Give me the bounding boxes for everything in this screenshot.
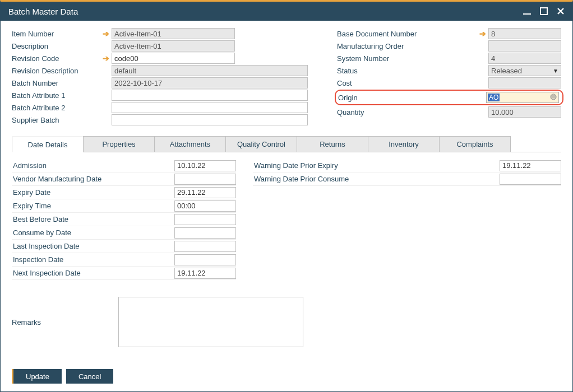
label-base-doc: Base Document Number➔ <box>337 29 488 38</box>
warn-consume-field[interactable] <box>500 174 561 185</box>
row-consume-by: Consume by Date <box>12 226 236 240</box>
row-warn-expiry: Warning Date Prior Expiry <box>253 159 561 172</box>
label-item-number: Item Number➔ <box>12 29 112 38</box>
next-inspection-field[interactable] <box>174 268 236 279</box>
origin-field[interactable]: AO <box>486 92 559 103</box>
label-quantity: Quantity <box>337 108 488 116</box>
expiry-time-field[interactable] <box>174 200 236 212</box>
row-base-doc: Base Document Number➔ 8 <box>337 27 561 40</box>
row-revision-code: Revision Code➔ <box>12 52 309 64</box>
label-revision-code: Revision Code➔ <box>12 54 112 63</box>
maximize-icon <box>539 6 549 16</box>
label-warn-consume: Warning Date Prior Consume <box>253 175 500 183</box>
button-bar: Update Cancel <box>12 361 561 384</box>
vendor-mfg-date-field[interactable] <box>174 174 236 185</box>
best-before-field[interactable] <box>174 214 236 225</box>
row-expiry-time: Expiry Time <box>12 199 236 213</box>
row-system-number: System Number 4 <box>337 52 561 64</box>
link-arrow-icon[interactable]: ➔ <box>103 54 109 63</box>
label-batch-attr1: Batch Attribute 1 <box>12 91 112 100</box>
minimize-icon <box>522 6 532 16</box>
header-fields: Item Number➔ Description Revision Code➔ … <box>12 27 561 126</box>
batch-number-field[interactable] <box>112 77 308 88</box>
update-button[interactable]: Update <box>12 369 62 384</box>
row-supplier-batch: Supplier Batch <box>12 114 309 126</box>
mfg-order-field[interactable] <box>488 40 561 52</box>
label-batch-attr2: Batch Attribute 2 <box>12 104 112 112</box>
window-controls <box>521 5 567 17</box>
label-admission: Admission <box>12 161 174 170</box>
tab-date-details[interactable]: Date Details <box>12 137 84 152</box>
revision-description-field[interactable] <box>112 65 308 76</box>
svg-rect-1 <box>540 8 547 15</box>
cost-field[interactable] <box>488 77 561 88</box>
tab-returns[interactable]: Returns <box>297 136 368 152</box>
row-next-inspection: Next Inspection Date <box>12 267 236 280</box>
warn-expiry-field[interactable] <box>500 160 561 171</box>
batch-attr1-field[interactable] <box>112 90 308 101</box>
row-revision-description: Revision Description <box>12 64 309 77</box>
label-expiry-date: Expiry Date <box>12 188 174 197</box>
maximize-button[interactable] <box>538 5 550 17</box>
admission-field[interactable] <box>174 160 236 171</box>
label-status: Status <box>337 67 488 75</box>
link-arrow-icon[interactable]: ➔ <box>479 29 486 38</box>
close-button[interactable] <box>554 5 567 17</box>
label-vendor-mfg-date: Vendor Manufacturing Date <box>12 175 174 183</box>
row-admission: Admission <box>12 159 236 172</box>
tab-inventory[interactable]: Inventory <box>368 136 440 152</box>
row-origin: Origin AO <box>335 90 563 105</box>
label-revision-description: Revision Description <box>12 67 112 75</box>
base-doc-field[interactable]: 8 <box>488 28 561 39</box>
revision-code-field[interactable] <box>112 53 235 64</box>
row-vendor-mfg-date: Vendor Manufacturing Date <box>12 172 236 186</box>
header-left-column: Item Number➔ Description Revision Code➔ … <box>12 27 309 126</box>
inspection-field[interactable] <box>174 254 236 265</box>
label-origin: Origin <box>338 94 486 102</box>
system-number-field[interactable]: 4 <box>488 53 561 64</box>
tab-complaints[interactable]: Complaints <box>439 136 511 152</box>
cancel-button[interactable]: Cancel <box>66 369 113 384</box>
chevron-down-icon: ▼ <box>553 68 558 74</box>
expiry-date-field[interactable] <box>174 187 236 198</box>
label-expiry-time: Expiry Time <box>12 202 174 210</box>
last-inspection-field[interactable] <box>174 241 236 252</box>
row-batch-attr1: Batch Attribute 1 <box>12 89 309 101</box>
label-remarks: Remarks <box>12 297 118 347</box>
description-field[interactable] <box>112 40 235 52</box>
tab-attachments[interactable]: Attachments <box>154 136 226 152</box>
tab-properties[interactable]: Properties <box>83 136 155 152</box>
quantity-field[interactable]: 10.000 <box>488 106 561 118</box>
row-warn-consume: Warning Date Prior Consume <box>253 172 561 186</box>
tab-panel-date-details: Admission Vendor Manufacturing Date Expi… <box>12 152 561 280</box>
dates-right-column: Warning Date Prior Expiry Warning Date P… <box>253 159 561 280</box>
row-item-number: Item Number➔ <box>12 27 309 40</box>
row-batch-number: Batch Number <box>12 77 309 89</box>
label-supplier-batch: Supplier Batch <box>12 116 112 124</box>
label-next-inspection: Next Inspection Date <box>12 269 174 277</box>
supplier-batch-field[interactable] <box>112 114 308 125</box>
label-batch-number: Batch Number <box>12 79 112 87</box>
origin-value: AO <box>488 94 500 101</box>
row-cost: Cost <box>337 77 561 89</box>
dates-left-column: Admission Vendor Manufacturing Date Expi… <box>12 159 236 280</box>
minimize-button[interactable] <box>521 5 533 17</box>
status-value: Released <box>491 67 522 75</box>
row-description: Description <box>12 40 309 52</box>
label-description: Description <box>12 42 112 50</box>
tab-strip: Date Details Properties Attachments Qual… <box>12 136 561 152</box>
item-number-field[interactable] <box>112 28 235 39</box>
label-last-inspection: Last Inspection Date <box>12 242 174 250</box>
label-inspection: Inspection Date <box>12 255 174 264</box>
label-cost: Cost <box>337 79 488 87</box>
link-arrow-icon[interactable]: ➔ <box>103 29 109 38</box>
batch-attr2-field[interactable] <box>112 102 308 113</box>
choose-from-list-icon[interactable] <box>549 93 557 102</box>
status-dropdown[interactable]: Released ▼ <box>488 65 561 76</box>
tab-quality-control[interactable]: Quality Control <box>225 136 297 152</box>
content-area: Item Number➔ Description Revision Code➔ … <box>1 21 572 391</box>
remarks-field[interactable] <box>118 297 303 347</box>
consume-by-field[interactable] <box>174 227 236 239</box>
label-system-number: System Number <box>337 54 488 63</box>
row-expiry-date: Expiry Date <box>12 186 236 199</box>
